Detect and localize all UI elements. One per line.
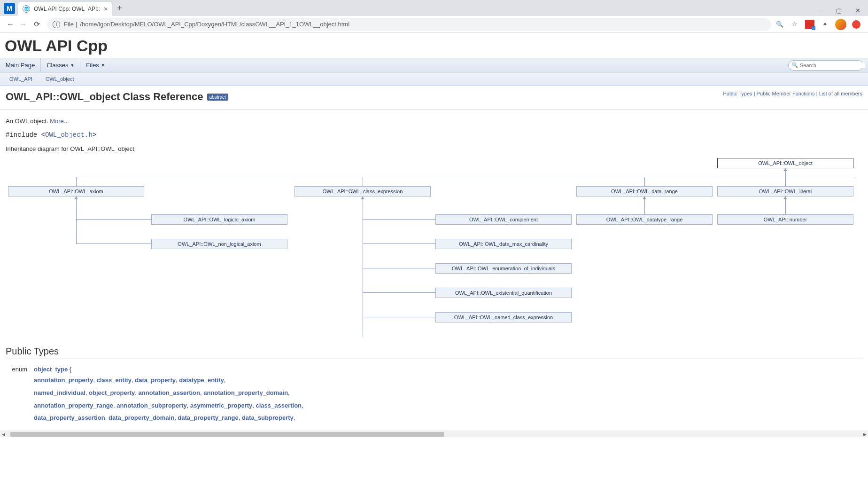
enum-value-link[interactable]: data_property [135, 377, 176, 384]
search-input[interactable] [798, 63, 865, 68]
address-bar[interactable]: i File | /home/igor/Desktop/MELO/OWL_API… [47, 18, 771, 31]
enum-values-row: named_individual, object_property, annot… [31, 387, 306, 399]
enum-value-link[interactable]: data_property_domain [108, 414, 174, 421]
search-icon: 🔍 [791, 62, 798, 68]
enum-value-link[interactable]: class_assertion [256, 402, 302, 409]
diagram-connector [76, 219, 151, 220]
enum-value-link[interactable]: named_individual [34, 389, 85, 396]
diagram-node[interactable]: OWL_API::OWL_complement [435, 214, 572, 225]
close-window-button[interactable]: ✕ [848, 7, 867, 14]
enum-value-link[interactable]: annotation_property [34, 377, 93, 384]
forward-button[interactable]: → [17, 18, 30, 31]
star-icon[interactable]: ☆ [790, 20, 799, 29]
enum-value-link[interactable]: object_property [89, 389, 135, 396]
divider [0, 110, 868, 110]
close-icon[interactable]: × [104, 5, 108, 13]
brace: { [68, 366, 71, 373]
diagram-node[interactable]: OWL_API::number [717, 214, 853, 225]
window-controls: — ▢ ✕ [811, 7, 867, 14]
diagram-connector [644, 177, 645, 186]
diagram-node[interactable]: OWL_API::OWL_named_class_expression [435, 312, 572, 322]
toolbar-right: 🔍 ☆ 2 ✦ [775, 19, 864, 30]
diagram-node[interactable]: OWL_API::OWL_existential_quantification [435, 288, 572, 298]
arrow-up-icon [361, 196, 364, 199]
back-button[interactable]: ← [4, 18, 17, 31]
diagram-node[interactable]: OWL_API::OWL_literal [717, 186, 853, 196]
extension-badge: 2 [812, 26, 815, 30]
nav-tabs: Main Page Classes▼ Files▼ 🔍 [0, 58, 868, 72]
new-tab-button[interactable]: + [117, 3, 122, 13]
app-icon[interactable]: M [4, 3, 15, 14]
info-icon[interactable]: i [53, 21, 60, 28]
tab-classes[interactable]: Classes▼ [41, 58, 80, 72]
url-path: /home/igor/Desktop/MELO/OWL_API_Cpp/Doxy… [80, 21, 349, 28]
link-public-types[interactable]: Public Types [723, 91, 752, 96]
tab-files[interactable]: Files▼ [80, 58, 111, 72]
scroll-right-icon[interactable]: ▶ [861, 432, 868, 437]
diagram-node[interactable]: OWL_API::OWL_axiom [8, 186, 144, 196]
diagram-connector [76, 177, 856, 177]
page-title: OWL_API::OWL_object Class Reference abst… [6, 91, 228, 103]
include-file-link[interactable]: OWL_object.h [45, 131, 93, 139]
enum-value-link[interactable]: data_property_range [178, 414, 238, 421]
abstract-badge: abstract [207, 94, 229, 101]
diagram-node[interactable]: OWL_API::OWL_datatype_range [576, 214, 713, 225]
scrollbar-thumb[interactable] [10, 432, 444, 437]
enum-value-link[interactable]: class_entity [97, 377, 132, 384]
enum-value-link[interactable]: asymmetric_property [190, 402, 252, 409]
diagram-node[interactable]: OWL_API::OWL_class_expression [294, 186, 431, 196]
diagram-node-root[interactable]: OWL_API::OWL_object [717, 158, 853, 168]
scroll-left-icon[interactable]: ◀ [0, 432, 7, 437]
enum-value-link[interactable]: data_subproperty [242, 414, 294, 421]
arrow-up-icon [783, 196, 787, 199]
diagram-connector [363, 317, 435, 317]
diagram-connector [363, 177, 363, 186]
diagram-connector [363, 196, 363, 337]
enum-values-row: data_property_assertion, data_property_d… [31, 412, 306, 424]
brief-description: An OWL object. More... [6, 118, 862, 125]
enum-value-link[interactable]: datatype_entity [179, 377, 224, 384]
horizontal-scrollbar[interactable]: ◀ ▶ [0, 431, 868, 437]
reload-button[interactable]: ⟳ [30, 18, 43, 31]
diagram-node[interactable]: OWL_API::OWL_non_logical_axiom [151, 239, 287, 249]
browser-tab[interactable]: 🌐 OWL API Cpp: OWL_API:: × [18, 2, 112, 16]
enum-value-link[interactable]: data_property_assertion [34, 414, 105, 421]
diagram-node[interactable]: OWL_API::OWL_enumeration_of_individuals [435, 263, 572, 274]
extensions-icon[interactable]: ✦ [820, 20, 829, 29]
diagram-connector [76, 196, 77, 244]
include-line: #include <OWL_object.h> [6, 131, 862, 139]
extension-icon[interactable]: 2 [805, 20, 814, 29]
enum-name-link[interactable]: object_type [34, 366, 68, 373]
diagram-node[interactable]: OWL_API::OWL_logical_axiom [151, 214, 287, 225]
globe-icon: 🌐 [23, 5, 30, 13]
breadcrumb-item[interactable]: OWL_API [5, 75, 39, 83]
diagram-node[interactable]: OWL_API::OWL_data_max_cardinality [435, 239, 572, 249]
caret-down-icon: ▼ [101, 63, 105, 68]
minimize-button[interactable]: — [811, 7, 829, 14]
summary-links: Public Types | Public Member Functions |… [723, 91, 862, 96]
enum-values-row: annotation_property_range, annotation_su… [31, 400, 306, 412]
breadcrumb-item[interactable]: OWL_object [41, 75, 81, 83]
url-scheme: File [64, 21, 74, 28]
notification-dot-icon[interactable] [852, 20, 860, 29]
zoom-icon[interactable]: 🔍 [775, 20, 784, 29]
tab-label: Classes [46, 62, 68, 69]
public-types-header: Public Types [6, 346, 862, 359]
inheritance-label: Inheritance diagram for OWL_API::OWL_obj… [6, 145, 862, 152]
diagram-node[interactable]: OWL_API::OWL_data_range [576, 186, 713, 196]
content-header: OWL_API::OWL_object Class Reference abst… [0, 86, 868, 108]
enum-value-link[interactable]: annotation_property_domain [203, 389, 288, 396]
enum-value-link[interactable]: annotation_subproperty [116, 402, 187, 409]
tab-main-page[interactable]: Main Page [0, 58, 41, 72]
enum-value-link[interactable]: annotation_assertion [139, 389, 200, 396]
content-body: An OWL object. More... #include <OWL_obj… [0, 112, 868, 431]
link-public-member-functions[interactable]: Public Member Functions [757, 91, 815, 96]
diagram-connector [363, 244, 435, 244]
maximize-button[interactable]: ▢ [829, 7, 848, 14]
enum-value-link[interactable]: annotation_property_range [34, 402, 113, 409]
more-link[interactable]: More... [50, 118, 69, 125]
breadcrumb: OWL_API OWL_object [0, 72, 868, 86]
avatar[interactable] [835, 19, 846, 30]
url-separator: | [76, 21, 77, 28]
link-list-all-members[interactable]: List of all members [819, 91, 862, 96]
